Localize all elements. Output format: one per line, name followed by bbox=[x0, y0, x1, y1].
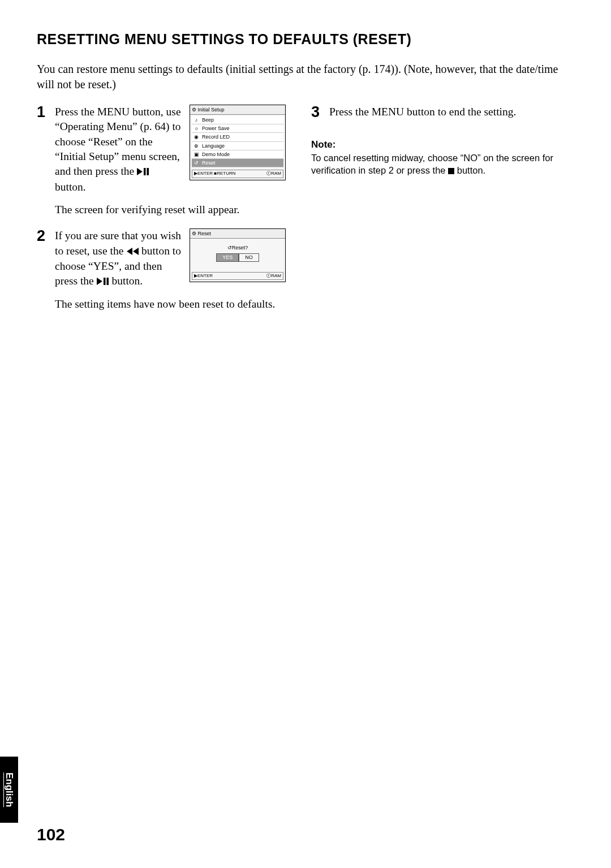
svg-marker-5 bbox=[97, 278, 102, 285]
shot1-footer-left: ▶ENTER ■RETURN bbox=[194, 171, 236, 177]
note-body-a: To cancel resetting midway, choose “NO” … bbox=[311, 153, 553, 175]
shot2-title: Reset bbox=[198, 231, 212, 236]
svg-marker-4 bbox=[133, 248, 139, 255]
step-2-text-c: button. bbox=[109, 275, 143, 287]
step-1-text-b: button. bbox=[55, 181, 86, 193]
shot1-title: Initial Setup bbox=[198, 107, 225, 113]
step-2: 2 If you are sure that you wish to reset… bbox=[37, 228, 286, 289]
shot1-item: Record LED bbox=[202, 133, 230, 140]
shot1-item: Demo Mode bbox=[202, 151, 230, 158]
step-1-result: The screen for verifying reset will appe… bbox=[55, 202, 286, 217]
rewind-icon bbox=[126, 244, 139, 259]
intro-text: You can restore menu settings to default… bbox=[37, 62, 574, 92]
svg-marker-0 bbox=[137, 168, 143, 175]
note-title: Note: bbox=[311, 139, 574, 150]
shot1-footer-right: ⓡRAM bbox=[266, 171, 281, 177]
shot1-item: Beep bbox=[202, 116, 214, 123]
page-number: 102 bbox=[37, 825, 65, 844]
shot2-yes: YES bbox=[216, 253, 239, 261]
language-tab: English bbox=[0, 757, 18, 823]
screenshot-reset-confirm: ⚙ Reset ↺Reset? YES NO ▶ENTER ⓡRAM bbox=[190, 228, 286, 282]
step-1: 1 Press the MENU button, use “Operating … bbox=[37, 105, 286, 195]
page-heading: RESETTING MENU SETTINGS TO DEFAULTS (RES… bbox=[37, 31, 574, 47]
step-1-text-a: Press the MENU button, use “Operating Me… bbox=[55, 106, 181, 177]
note-body-b: button. bbox=[454, 165, 485, 175]
screenshot-initial-setup: ⚙ Initial Setup ♪Beep ☼Power Save ◉Recor… bbox=[190, 105, 286, 180]
step-1-text: Press the MENU button, use “Operating Me… bbox=[55, 105, 183, 195]
step-number: 2 bbox=[37, 228, 49, 289]
note-body: To cancel resetting midway, choose “NO” … bbox=[311, 152, 574, 177]
shot2-footer-right: ⓡRAM bbox=[266, 273, 281, 279]
step-3: 3 Press the MENU button to end the setti… bbox=[311, 105, 574, 120]
shot1-icon: ⚙ bbox=[192, 107, 196, 113]
shot1-item: Language bbox=[202, 142, 225, 149]
shot2-prompt: Reset? bbox=[232, 245, 248, 251]
svg-marker-3 bbox=[127, 248, 132, 255]
step-2-text: If you are sure that you wish to reset, … bbox=[55, 228, 183, 289]
shot2-no: NO bbox=[239, 253, 259, 261]
svg-rect-1 bbox=[144, 168, 146, 175]
shot2-icon: ⚙ bbox=[192, 231, 196, 236]
stop-icon bbox=[448, 168, 454, 174]
step-number: 3 bbox=[311, 105, 324, 120]
shot1-item-selected: Reset bbox=[202, 159, 216, 166]
step-3-text: Press the MENU button to end the setting… bbox=[329, 105, 574, 120]
svg-rect-2 bbox=[147, 168, 149, 175]
shot1-item: Power Save bbox=[202, 125, 230, 132]
shot2-footer-left: ▶ENTER bbox=[194, 273, 213, 279]
step-2-result: The setting items have now been reset to… bbox=[55, 297, 286, 312]
svg-rect-6 bbox=[104, 278, 106, 285]
svg-rect-7 bbox=[106, 278, 109, 285]
play-pause-icon bbox=[137, 165, 149, 179]
play-pause-icon bbox=[97, 274, 109, 289]
step-number: 1 bbox=[37, 105, 49, 195]
